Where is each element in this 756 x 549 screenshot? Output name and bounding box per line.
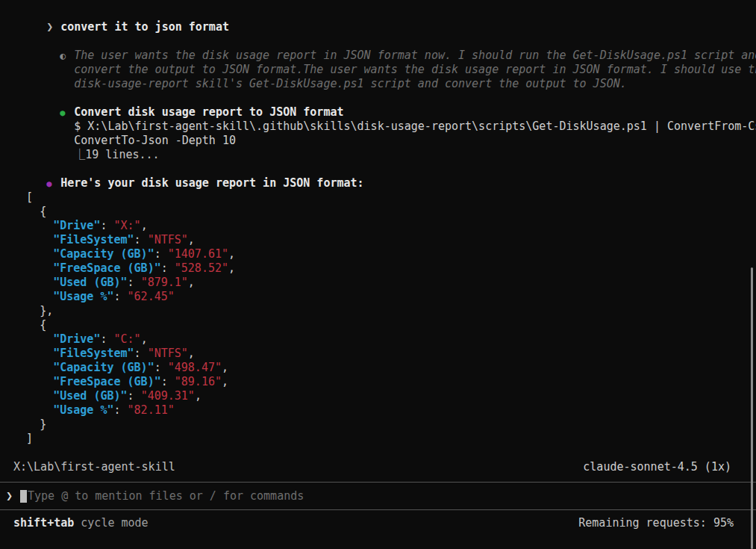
json-line: "Drive": "X:", xyxy=(0,219,756,233)
json-key: "FileSystem" xyxy=(53,347,134,360)
response-bullet-icon: ● xyxy=(46,177,60,191)
json-punctuation: [ xyxy=(6,190,33,204)
json-punctuation: ] xyxy=(6,432,33,445)
shortcut-key: shift+tab xyxy=(13,516,74,530)
json-punctuation: , xyxy=(222,361,228,374)
json-punctuation xyxy=(6,389,53,403)
json-value: "89.16" xyxy=(175,375,222,388)
json-key: "Usage %" xyxy=(53,403,113,417)
json-punctuation: , xyxy=(228,261,235,275)
json-punctuation: : xyxy=(134,347,148,360)
json-value: "498.47" xyxy=(168,361,222,374)
json-value: "NTFS" xyxy=(148,347,188,360)
user-message-line: ❯convert it to json format xyxy=(0,6,756,20)
thinking-spinner-icon: ◐ xyxy=(60,49,74,63)
input-prompt-chevron-icon: ❯ xyxy=(6,489,20,503)
json-punctuation: , xyxy=(141,332,148,346)
json-punctuation: : xyxy=(100,332,113,346)
json-line: "Drive": "C:", xyxy=(0,332,756,347)
json-punctuation: : xyxy=(161,261,175,275)
json-punctuation xyxy=(6,375,53,388)
json-punctuation: , xyxy=(141,219,148,232)
terminal-screen: ❯convert it to json format ◐The user wan… xyxy=(0,0,756,549)
json-line: { xyxy=(0,318,756,332)
tool-call-title: Convert disk usage report to JSON format xyxy=(74,105,343,119)
status-line: X:\Lab\first-agent-skill claude-sonnet-4… xyxy=(0,460,756,474)
json-punctuation: : xyxy=(134,233,148,246)
json-punctuation: { xyxy=(6,318,46,332)
json-key: "FileSystem" xyxy=(53,233,134,246)
json-value: "879.1" xyxy=(141,276,188,289)
user-prompt-chevron-icon: ❯ xyxy=(46,20,60,34)
tool-call-title-line: ●Convert disk usage report to JSON forma… xyxy=(0,91,756,105)
json-punctuation: : xyxy=(114,290,128,303)
json-punctuation xyxy=(6,261,53,275)
scrollbar-thumb[interactable] xyxy=(751,267,753,549)
shortcut-hint: shift+tab cycle mode xyxy=(13,516,149,524)
collapse-corner-icon: ⎿ xyxy=(74,148,85,161)
json-line: { xyxy=(0,205,756,219)
thinking-text: convert the output to JSON format.The us… xyxy=(74,63,756,76)
json-line: }, xyxy=(0,304,756,318)
thinking-text: disk-usage-report skill's Get-DiskUsage.… xyxy=(74,77,627,90)
result-summary-text: 19 lines... xyxy=(85,148,159,161)
json-key: "Capacity (GB)" xyxy=(53,247,154,261)
json-punctuation: , xyxy=(228,247,235,261)
json-line: "Usage %": "62.45" xyxy=(0,290,756,304)
json-value: "62.45" xyxy=(128,290,175,303)
response-title-line: ●Here's your disk usage report in JSON f… xyxy=(0,162,756,176)
json-punctuation xyxy=(6,347,53,360)
json-value: "NTFS" xyxy=(148,233,188,246)
json-punctuation xyxy=(6,233,53,246)
json-key: "FreeSpace (GB)" xyxy=(53,261,161,275)
json-line: "Used (GB)": "879.1", xyxy=(0,276,756,290)
json-line: ] xyxy=(0,432,756,446)
json-punctuation: : xyxy=(154,361,168,374)
json-punctuation: : xyxy=(161,375,175,388)
json-key: "Used (GB)" xyxy=(53,389,127,403)
json-punctuation: : xyxy=(128,276,141,289)
model-indicator: claude-sonnet-4.5 (1x) xyxy=(583,460,731,474)
thinking-line: ◐The user wants the disk usage report in… xyxy=(0,34,756,49)
json-punctuation: , xyxy=(195,389,202,403)
json-output-block: [ { "Drive": "X:", "FileSystem": "NTFS",… xyxy=(0,190,756,446)
json-punctuation: : xyxy=(128,389,141,403)
json-key: "Drive" xyxy=(53,219,100,232)
json-line: } xyxy=(0,418,756,432)
prompt-input-box[interactable]: ❯Type @ to mention files or / for comman… xyxy=(0,482,756,510)
json-value: "1407.61" xyxy=(168,247,228,261)
json-value: "82.11" xyxy=(128,403,175,417)
text-cursor xyxy=(20,490,27,503)
thinking-text: The user wants the disk usage report in … xyxy=(74,49,756,62)
tool-call-block: ●Convert disk usage report to JSON forma… xyxy=(0,91,756,148)
response-title: Here's your disk usage report in JSON fo… xyxy=(60,176,363,190)
json-line: "Capacity (GB)": "1407.61", xyxy=(0,247,756,261)
json-key: "Used (GB)" xyxy=(53,276,127,289)
json-line: [ xyxy=(0,190,756,205)
json-key: "FreeSpace (GB)" xyxy=(53,375,161,388)
json-punctuation xyxy=(6,276,53,289)
json-punctuation xyxy=(6,361,53,374)
user-message-text: convert it to json format xyxy=(60,20,229,34)
json-punctuation: { xyxy=(6,205,46,218)
command-text: ConvertTo-Json -Depth 10 xyxy=(74,134,236,147)
json-line: "FreeSpace (GB)": "528.52", xyxy=(0,261,756,276)
json-punctuation xyxy=(6,332,53,346)
json-punctuation: , xyxy=(188,233,195,246)
conversation-scrollback: ❯convert it to json format ◐The user wan… xyxy=(0,0,756,474)
json-line: "Used (GB)": "409.31", xyxy=(0,389,756,403)
json-value: "528.52" xyxy=(175,261,228,275)
bottom-hint-bar: shift+tab cycle mode Remaining requests:… xyxy=(0,510,756,524)
json-line: "Usage %": "82.11" xyxy=(0,403,756,418)
remaining-requests-status: Remaining requests: 95% xyxy=(578,516,734,524)
json-punctuation: : xyxy=(114,403,128,417)
input-placeholder[interactable]: Type @ to mention files or / for command… xyxy=(28,489,304,503)
json-value: "C:" xyxy=(114,332,141,346)
thinking-block: ◐The user wants the disk usage report in… xyxy=(0,34,756,77)
json-punctuation: , xyxy=(188,347,195,360)
json-punctuation xyxy=(6,290,53,303)
json-punctuation: }, xyxy=(6,304,53,317)
json-punctuation: , xyxy=(188,276,195,289)
json-key: "Capacity (GB)" xyxy=(53,361,154,374)
json-punctuation xyxy=(6,247,53,261)
